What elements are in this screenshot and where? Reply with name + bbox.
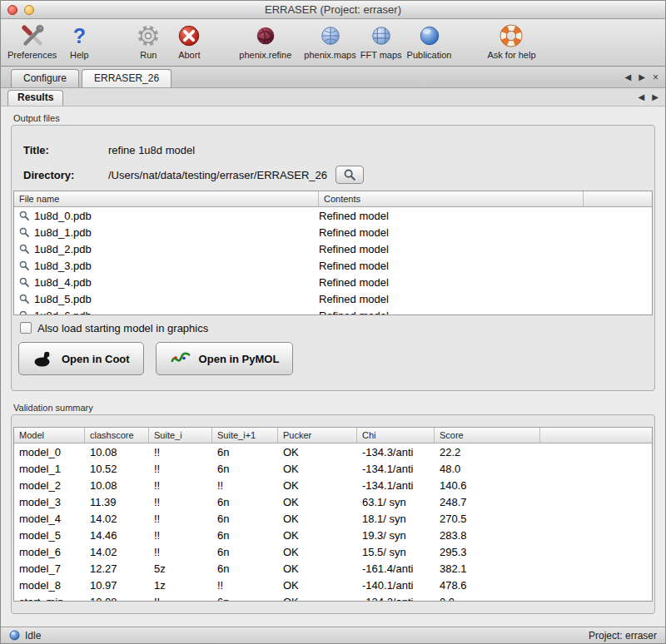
- browse-directory-button[interactable]: [335, 166, 364, 184]
- file-contents: Refined model: [319, 276, 584, 289]
- cell-suite-i: 5z: [149, 562, 212, 575]
- cell-suite-i1: !!: [212, 479, 278, 492]
- tab-results[interactable]: Results: [7, 90, 63, 106]
- validation-col-pucker[interactable]: Pucker: [278, 428, 357, 443]
- toolbar-item-ask-for-help[interactable]: Ask for help: [487, 22, 535, 65]
- close-button[interactable]: [7, 5, 17, 15]
- validation-row[interactable]: model_0 10.08 !! 6n OK -134.3/anti 22.2: [14, 443, 652, 460]
- toolbar-item-phenix-refine[interactable]: phenix.refine: [239, 22, 291, 65]
- tab-configure[interactable]: Configure: [11, 69, 79, 87]
- cell-score: 140.6: [435, 479, 540, 492]
- cell-suite-i1: !!: [212, 579, 278, 592]
- pymol-icon: [170, 348, 191, 369]
- cell-score: 248.7: [435, 496, 540, 508]
- toolbar-item-fft-maps[interactable]: FFT maps: [360, 22, 402, 65]
- cell-suite-i1: 6n: [212, 546, 278, 558]
- file-name-cell: 1u8d_2.pdb: [14, 243, 319, 255]
- cell-pucker: OK: [278, 546, 357, 558]
- load-starting-model-label: Also load starting model in graphics: [37, 322, 208, 334]
- tab-close-icon[interactable]: ×: [653, 72, 659, 83]
- cell-chi: -134.3/anti: [357, 446, 435, 458]
- validation-row[interactable]: model_8 10.97 1z !! OK -140.1/anti 478.6: [14, 577, 652, 593]
- cell-model: model_5: [14, 529, 85, 542]
- validation-row[interactable]: model_1 10.52 !! 6n OK -134.1/anti 48.0: [14, 460, 652, 477]
- validation-col-chi[interactable]: Chi: [357, 428, 435, 443]
- cell-model: start_min: [14, 596, 85, 602]
- validation-row[interactable]: model_6 14.02 !! 6n OK 15.5/ syn 295.3: [14, 543, 652, 560]
- tab-erraser-26[interactable]: ERRASER_26: [82, 69, 171, 87]
- file-row[interactable]: 1u8d_4.pdb Refined model: [14, 274, 652, 290]
- validation-col-suite-i[interactable]: Suite_i: [149, 428, 212, 443]
- toolbar-item-help[interactable]: ? Help: [65, 22, 93, 65]
- cell-chi: -161.4/anti: [357, 562, 435, 575]
- cell-model: model_1: [14, 463, 85, 475]
- cell-score: 295.3: [435, 546, 540, 558]
- toolbar-item-abort[interactable]: Abort: [175, 22, 203, 65]
- cell-suite-i: !!: [149, 446, 212, 458]
- file-name: 1u8d_6.pdb: [34, 310, 92, 316]
- cell-clashscore: 10.08: [85, 479, 149, 492]
- validation-col-suite-i1[interactable]: Suite_i+1: [212, 428, 278, 443]
- file-row[interactable]: 1u8d_5.pdb Refined model: [14, 290, 652, 307]
- file-row[interactable]: 1u8d_3.pdb Refined model: [14, 257, 652, 274]
- cell-model: model_4: [14, 513, 85, 525]
- status-text: Idle: [25, 630, 41, 642]
- file-name: 1u8d_3.pdb: [34, 260, 92, 272]
- file-contents: Refined model: [319, 226, 584, 239]
- publication-globe-icon: [415, 22, 444, 50]
- cell-pucker: OK: [278, 479, 357, 492]
- tab-scroll-right-icon[interactable]: ▶: [639, 72, 645, 82]
- file-contents: Refined model: [319, 210, 584, 222]
- cell-suite-i: !!: [149, 596, 212, 602]
- magnifier-icon: [18, 310, 30, 315]
- files-col-contents[interactable]: Contents: [319, 191, 584, 206]
- magnifier-icon: [18, 276, 30, 288]
- file-row[interactable]: 1u8d_0.pdb Refined model: [14, 207, 652, 224]
- cell-pucker: OK: [278, 596, 357, 602]
- toolbar-item-phenix-maps[interactable]: phenix.maps: [304, 22, 355, 65]
- validation-col-clashscore[interactable]: clashscore: [85, 428, 149, 443]
- validation-group-title: Validation summary: [13, 403, 655, 413]
- abort-icon: [175, 22, 203, 50]
- cell-suite-i1: 6n: [212, 446, 278, 458]
- results-scroll-right-icon[interactable]: ▶: [652, 92, 659, 102]
- cell-clashscore: 10.08: [85, 596, 149, 602]
- status-bar: Idle Project: erraser: [1, 627, 665, 643]
- validation-row[interactable]: start_min 10.08 !! 6n OK -134.3/anti 0.0: [14, 593, 652, 602]
- validation-row[interactable]: model_2 10.08 !! !! OK -134.1/anti 140.6: [14, 477, 652, 493]
- open-in-pymol-button[interactable]: Open in PyMOL: [156, 342, 294, 375]
- toolbar-item-label: Run: [140, 50, 157, 60]
- file-row[interactable]: 1u8d_6.pdb Refined model: [14, 307, 652, 315]
- validation-row[interactable]: model_5 14.46 !! 6n OK 19.3/ syn 283.8: [14, 527, 652, 543]
- cell-pucker: OK: [278, 463, 357, 475]
- validation-col-score[interactable]: Score: [435, 428, 540, 443]
- cell-model: model_7: [14, 562, 85, 575]
- file-contents: Refined model: [319, 310, 584, 316]
- open-in-coot-button[interactable]: Open in Coot: [18, 342, 144, 375]
- results-scroll-left-icon[interactable]: ◀: [639, 92, 645, 102]
- files-col-filename[interactable]: File name: [14, 191, 319, 206]
- load-starting-model-checkbox[interactable]: [20, 322, 32, 334]
- tab-scroll-left-icon[interactable]: ◀: [625, 72, 632, 82]
- toolbar-item-preferences[interactable]: Preferences: [7, 22, 57, 65]
- file-row[interactable]: 1u8d_1.pdb Refined model: [14, 224, 652, 240]
- project-label: Project: erraser: [589, 630, 657, 642]
- validation-row[interactable]: model_3 11.39 !! 6n OK 63.1/ syn 248.7: [14, 493, 652, 510]
- validation-row[interactable]: model_4 14.02 !! 6n OK 18.1/ syn 270.5: [14, 510, 652, 527]
- cell-pucker: OK: [278, 513, 357, 525]
- toolbar-item-run[interactable]: Run: [134, 22, 162, 65]
- cell-pucker: OK: [278, 579, 357, 592]
- validation-table-body: model_0 10.08 !! 6n OK -134.3/anti 22.2 …: [14, 443, 652, 602]
- validation-col-empty: [540, 428, 652, 443]
- output-files-group: Title: refine 1u8d model Directory: /Use…: [11, 125, 655, 391]
- cell-clashscore: 10.97: [85, 579, 149, 592]
- toolbar-item-publication[interactable]: Publication: [407, 22, 452, 65]
- cell-chi: 19.3/ syn: [357, 529, 435, 542]
- validation-col-model[interactable]: Model: [14, 428, 85, 443]
- cell-suite-i: !!: [149, 529, 212, 542]
- validation-row[interactable]: model_7 12.27 5z 6n OK -161.4/anti 382.1: [14, 560, 652, 577]
- cell-score: 283.8: [435, 529, 540, 542]
- file-row[interactable]: 1u8d_2.pdb Refined model: [14, 240, 652, 257]
- cell-chi: -140.1/anti: [357, 579, 435, 592]
- minimize-button[interactable]: [24, 5, 34, 15]
